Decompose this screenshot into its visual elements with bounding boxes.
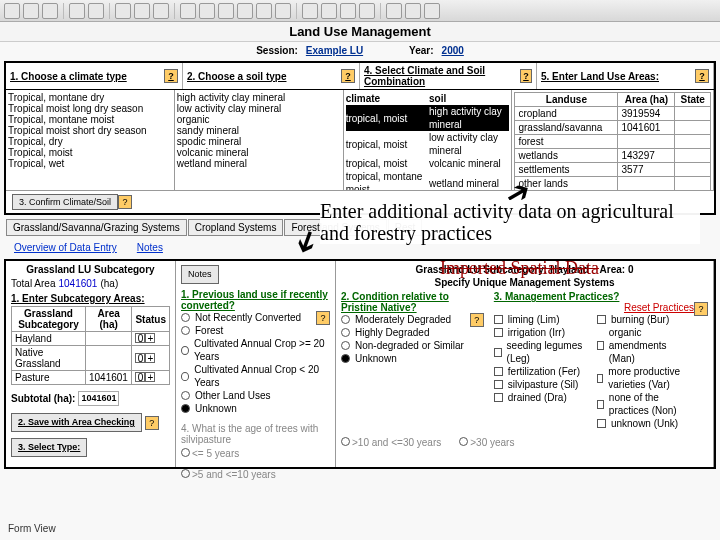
help-icon[interactable]: ? bbox=[145, 416, 159, 430]
plus-icon[interactable]: 0 bbox=[135, 372, 145, 382]
check-option[interactable]: drained (Dra) bbox=[494, 391, 591, 404]
toolbar-button[interactable] bbox=[4, 3, 20, 19]
table-row[interactable]: Pasture10416010+ bbox=[12, 371, 170, 385]
help-icon[interactable]: ? bbox=[520, 69, 532, 83]
radio-option[interactable]: Highly Degraded bbox=[341, 326, 470, 339]
plus-icon[interactable]: + bbox=[145, 372, 155, 382]
radio-option[interactable]: >30 years bbox=[459, 436, 514, 449]
help-icon[interactable]: ? bbox=[695, 69, 709, 83]
select-type-button[interactable]: 3. Select Type: bbox=[11, 438, 87, 457]
list-item[interactable]: volcanic mineral bbox=[177, 147, 341, 158]
list-item[interactable]: Tropical, moist bbox=[8, 147, 172, 158]
toolbar-button[interactable] bbox=[88, 3, 104, 19]
check-option[interactable]: liming (Lim) bbox=[494, 313, 591, 326]
undo-icon[interactable] bbox=[180, 3, 196, 19]
table-row[interactable]: grassland/savanna1041601 bbox=[515, 121, 711, 135]
help-icon[interactable]: ? bbox=[164, 69, 178, 83]
list-item[interactable]: Tropical, montane dry bbox=[8, 92, 172, 103]
list-item[interactable]: tropical, montane moistwetland mineral bbox=[346, 170, 510, 190]
list-item[interactable]: high activity clay mineral bbox=[177, 92, 341, 103]
nav-next-icon[interactable] bbox=[340, 3, 356, 19]
radio-option[interactable]: Cultivated Annual Crop >= 20 Years bbox=[181, 337, 330, 363]
list-item[interactable]: Tropical, montane moist bbox=[8, 114, 172, 125]
toolbar-button[interactable] bbox=[218, 3, 234, 19]
sort-icon[interactable] bbox=[237, 3, 253, 19]
check-option[interactable]: organic amendments (Man) bbox=[597, 326, 694, 365]
soil-panel[interactable]: high activity clay mineral low activity … bbox=[175, 90, 344, 190]
radio-option[interactable]: <= 5 years bbox=[181, 447, 239, 460]
plus-icon[interactable]: + bbox=[145, 353, 155, 363]
radio-option[interactable]: Non-degraded or Similar bbox=[341, 339, 484, 352]
tab-cropland[interactable]: Cropland Systems bbox=[188, 219, 284, 236]
list-item[interactable]: spodic mineral bbox=[177, 136, 341, 147]
table-row[interactable]: settlements3577 bbox=[515, 163, 711, 177]
radio-option[interactable]: Not Recently Converted bbox=[181, 311, 316, 324]
help-icon[interactable]: ? bbox=[118, 195, 132, 209]
help-icon[interactable]: ? bbox=[470, 313, 484, 327]
list-item[interactable]: Tropical, dry bbox=[8, 136, 172, 147]
print-icon[interactable] bbox=[42, 3, 58, 19]
list-item[interactable]: sandy mineral bbox=[177, 125, 341, 136]
help-icon[interactable]: ? bbox=[694, 302, 708, 316]
climate-panel[interactable]: Tropical, montane dry Tropical moist lon… bbox=[6, 90, 175, 190]
toolbar-button[interactable] bbox=[134, 3, 150, 19]
radio-option[interactable]: >10 and <=30 years bbox=[341, 436, 441, 449]
nav-first-icon[interactable] bbox=[302, 3, 318, 19]
plus-icon[interactable]: 0 bbox=[135, 333, 145, 343]
list-item[interactable]: Tropical, wet bbox=[8, 158, 172, 169]
check-option[interactable]: seeding legumes (Leg) bbox=[494, 339, 591, 365]
notes-link[interactable]: Notes bbox=[137, 242, 163, 253]
check-option[interactable]: silvipasture (Sil) bbox=[494, 378, 591, 391]
table-row[interactable]: other lands bbox=[515, 177, 711, 191]
check-option[interactable]: more productive varieties (Var) bbox=[597, 365, 694, 391]
radio-option[interactable]: Cultivated Annual Crop < 20 Years bbox=[181, 363, 330, 389]
total-area-value[interactable]: 1041601 bbox=[58, 277, 97, 290]
plus-icon[interactable]: 0 bbox=[135, 353, 145, 363]
toolbar-button[interactable] bbox=[275, 3, 291, 19]
combo-panel[interactable]: climatesoil tropical, moisthigh activity… bbox=[344, 90, 513, 190]
list-item[interactable]: organic bbox=[177, 114, 341, 125]
toolbar-button[interactable] bbox=[386, 3, 402, 19]
filter-icon[interactable] bbox=[256, 3, 272, 19]
check-option[interactable]: fertilization (Fer) bbox=[494, 365, 591, 378]
overview-link[interactable]: Overview of Data Entry bbox=[14, 242, 117, 253]
toolbar-button[interactable] bbox=[69, 3, 85, 19]
help-icon[interactable] bbox=[424, 3, 440, 19]
check-option[interactable]: unknown (Unk) bbox=[597, 417, 694, 430]
tab-grassland[interactable]: Grassland/Savanna/Grazing Systems bbox=[6, 219, 187, 236]
radio-option[interactable]: Unknown bbox=[181, 402, 330, 415]
list-item[interactable]: low activity clay mineral bbox=[177, 103, 341, 114]
toolbar-button[interactable] bbox=[153, 3, 169, 19]
list-item[interactable]: tropical, moistlow activity clay mineral bbox=[346, 131, 510, 157]
reset-practices-link[interactable]: Reset Practices bbox=[624, 302, 694, 313]
list-item[interactable]: Tropical moist long dry season bbox=[8, 103, 172, 114]
list-item[interactable]: wetland mineral bbox=[177, 158, 341, 169]
year-value[interactable]: 2000 bbox=[442, 45, 464, 56]
check-option[interactable]: irrigation (Irr) bbox=[494, 326, 591, 339]
table-row[interactable]: wetlands143297 bbox=[515, 149, 711, 163]
toolbar-button[interactable] bbox=[115, 3, 131, 19]
confirm-button[interactable]: 3. Confirm Climate/Soil bbox=[12, 194, 118, 210]
check-option[interactable]: none of the practices (Non) bbox=[597, 391, 694, 417]
nav-prev-icon[interactable] bbox=[321, 3, 337, 19]
radio-option[interactable]: Unknown bbox=[341, 352, 484, 365]
radio-option[interactable]: >5 and <=10 years bbox=[181, 468, 276, 481]
table-row[interactable]: cropland3919594 bbox=[515, 107, 711, 121]
table-row[interactable]: Native Grassland0+ bbox=[12, 346, 170, 371]
landuse-panel[interactable]: LanduseArea (ha)State cropland3919594 gr… bbox=[512, 90, 714, 190]
radio-option[interactable]: Forest bbox=[181, 324, 316, 337]
list-item[interactable]: tropical, moisthigh activity clay minera… bbox=[346, 105, 510, 131]
table-row[interactable]: forest bbox=[515, 135, 711, 149]
session-value[interactable]: Example LU bbox=[306, 45, 363, 56]
radio-option[interactable]: Other Land Uses bbox=[181, 389, 330, 402]
plus-icon[interactable]: + bbox=[145, 333, 155, 343]
list-item[interactable]: Tropical moist short dry season bbox=[8, 125, 172, 136]
nav-last-icon[interactable] bbox=[359, 3, 375, 19]
help-icon[interactable]: ? bbox=[341, 69, 355, 83]
help-icon[interactable]: ? bbox=[316, 311, 330, 325]
check-option[interactable]: burning (Bur) bbox=[597, 313, 694, 326]
table-row[interactable]: Hayland0+ bbox=[12, 332, 170, 346]
save-area-button[interactable]: 2. Save with Area Checking bbox=[11, 413, 142, 432]
save-icon[interactable] bbox=[23, 3, 39, 19]
notes-button[interactable]: Notes bbox=[181, 265, 219, 284]
